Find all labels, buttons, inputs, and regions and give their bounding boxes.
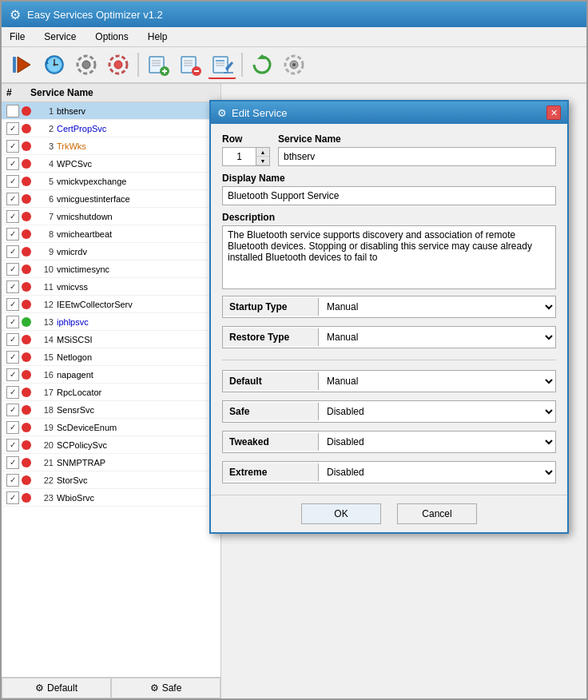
clock-icon bbox=[43, 54, 66, 76]
row-checkbox[interactable] bbox=[6, 456, 19, 469]
edit-service-button[interactable] bbox=[208, 50, 236, 79]
row-status-dot bbox=[22, 106, 31, 116]
bottom-buttons: ⚙ Default ⚙ Safe bbox=[2, 677, 220, 698]
safe-btn-icon: ⚙ bbox=[150, 682, 159, 694]
row-checkbox[interactable] bbox=[6, 245, 19, 258]
run-button[interactable] bbox=[8, 50, 37, 79]
menu-file[interactable]: File bbox=[6, 30, 28, 44]
dialog-icon: ⚙ bbox=[217, 107, 227, 119]
list-item[interactable]: 2CertPropSvc bbox=[2, 120, 220, 137]
svg-point-10 bbox=[114, 61, 122, 69]
row-checkbox[interactable] bbox=[6, 351, 19, 364]
cancel-button[interactable]: Cancel bbox=[397, 503, 477, 524]
row-number: 16 bbox=[34, 370, 54, 380]
row-service-name: CertPropSvc bbox=[57, 124, 216, 133]
row-service-name: vmictimesync bbox=[57, 264, 216, 274]
row-checkbox[interactable] bbox=[6, 122, 19, 135]
list-item[interactable]: 4WPCSvc bbox=[2, 155, 220, 173]
list-item[interactable]: 23WbioSrvc bbox=[2, 489, 220, 507]
list-item[interactable]: 13iphlpsvc bbox=[2, 313, 220, 331]
list-item[interactable]: 15Netlogon bbox=[2, 348, 220, 366]
row-checkbox[interactable] bbox=[6, 316, 19, 328]
row-checkbox[interactable] bbox=[6, 439, 19, 451]
row-checkbox[interactable] bbox=[6, 474, 19, 487]
row-checkbox[interactable] bbox=[6, 298, 19, 311]
ok-button[interactable]: OK bbox=[301, 503, 381, 524]
row-checkbox[interactable] bbox=[6, 157, 19, 170]
restore-type-select[interactable]: AutomaticManualDisabled bbox=[319, 327, 555, 348]
list-item[interactable]: 7vmicshutdown bbox=[2, 208, 220, 225]
list-item[interactable]: 1bthserv bbox=[2, 102, 220, 120]
row-number: 1 bbox=[34, 106, 54, 116]
display-name-input[interactable] bbox=[222, 186, 556, 205]
toolbar bbox=[2, 47, 586, 84]
list-item[interactable]: 21SNMPTRAP bbox=[2, 454, 220, 471]
list-body[interactable]: 1bthserv2CertPropSvc3TrkWks4WPCSvc5vmick… bbox=[2, 102, 220, 677]
list-header: # Service Name bbox=[2, 84, 220, 102]
row-checkbox[interactable] bbox=[6, 263, 19, 276]
row-checkbox[interactable] bbox=[6, 333, 19, 346]
row-status-dot bbox=[22, 317, 31, 327]
row-checkbox[interactable] bbox=[6, 404, 19, 416]
remove-service-button[interactable] bbox=[176, 50, 205, 79]
row-checkbox[interactable] bbox=[6, 175, 19, 188]
settings1-button[interactable] bbox=[72, 50, 101, 79]
row-checkbox[interactable] bbox=[6, 228, 19, 241]
row-service-name-row: Row 1 ▲ ▼ Service Name bbox=[222, 133, 556, 166]
dialog-close-button[interactable]: ✕ bbox=[546, 105, 561, 120]
add-service-button[interactable] bbox=[144, 50, 173, 79]
settings2-button[interactable] bbox=[104, 50, 133, 79]
list-item[interactable]: 18SensrSvc bbox=[2, 401, 220, 419]
list-item[interactable]: 8vmicheartbeat bbox=[2, 225, 220, 243]
service-name-input[interactable] bbox=[278, 147, 556, 166]
list-item[interactable]: 9vmicrdv bbox=[2, 243, 220, 261]
extreme-select[interactable]: AutomaticManualDisabled bbox=[319, 462, 555, 483]
description-textarea[interactable] bbox=[222, 225, 556, 289]
row-checkbox[interactable] bbox=[6, 491, 19, 504]
safe-select[interactable]: AutomaticManualDisabled bbox=[319, 401, 555, 422]
safe-button[interactable]: ⚙ Safe bbox=[111, 678, 220, 698]
options-button[interactable] bbox=[280, 50, 308, 79]
list-item[interactable]: 14MSiSCSI bbox=[2, 331, 220, 348]
row-checkbox[interactable] bbox=[6, 140, 19, 153]
settings2-icon bbox=[107, 54, 129, 76]
spinner-down-button[interactable]: ▼ bbox=[256, 157, 269, 165]
row-service-name: StorSvc bbox=[57, 475, 216, 485]
row-checkbox[interactable] bbox=[6, 280, 19, 293]
dialog-title-left: ⚙ Edit Service bbox=[217, 107, 287, 119]
tweaked-select[interactable]: AutomaticManualDisabled bbox=[319, 432, 555, 452]
refresh-button[interactable] bbox=[248, 50, 276, 79]
row-checkbox[interactable] bbox=[6, 105, 19, 117]
row-service-name: RpcLocator bbox=[57, 388, 216, 397]
list-item[interactable]: 22StorSvc bbox=[2, 471, 220, 489]
service-list: # Service Name 1bthserv2CertPropSvc3TrkW… bbox=[2, 84, 221, 698]
list-item[interactable]: 6vmicguestinterface bbox=[2, 190, 220, 208]
default-label: Default bbox=[223, 372, 319, 390]
list-item[interactable]: 5vmickvpexchange bbox=[2, 173, 220, 190]
list-item[interactable]: 19ScDeviceEnum bbox=[2, 419, 220, 436]
toolbar-separator-2 bbox=[241, 53, 243, 77]
row-checkbox[interactable] bbox=[6, 421, 19, 434]
list-item[interactable]: 16napagent bbox=[2, 366, 220, 384]
menu-help[interactable]: Help bbox=[145, 30, 171, 44]
row-checkbox[interactable] bbox=[6, 193, 19, 205]
default-button[interactable]: ⚙ Default bbox=[2, 678, 111, 698]
list-item[interactable]: 11vmicvss bbox=[2, 278, 220, 296]
spinner-up-button[interactable]: ▲ bbox=[256, 148, 269, 157]
row-checkbox[interactable] bbox=[6, 386, 19, 399]
default-select[interactable]: AutomaticManualDisabled bbox=[319, 371, 555, 392]
list-item[interactable]: 17RpcLocator bbox=[2, 384, 220, 401]
list-item[interactable]: 10vmictimesync bbox=[2, 261, 220, 278]
menu-options[interactable]: Options bbox=[92, 30, 131, 44]
list-item[interactable]: 12IEEtwCollectorServ bbox=[2, 296, 220, 313]
row-service-name: bthserv bbox=[57, 106, 216, 116]
row-checkbox[interactable] bbox=[6, 368, 19, 381]
row-number: 7 bbox=[34, 212, 54, 221]
row-checkbox[interactable] bbox=[6, 210, 19, 223]
schedule-button[interactable] bbox=[40, 50, 69, 79]
list-item[interactable]: 3TrkWks bbox=[2, 137, 220, 155]
list-item[interactable]: 20SCPolicySvc bbox=[2, 436, 220, 454]
startup-type-select[interactable]: AutomaticManualDisabledBootSystem bbox=[319, 296, 555, 317]
svg-point-34 bbox=[292, 63, 296, 66]
menu-service[interactable]: Service bbox=[41, 30, 79, 44]
